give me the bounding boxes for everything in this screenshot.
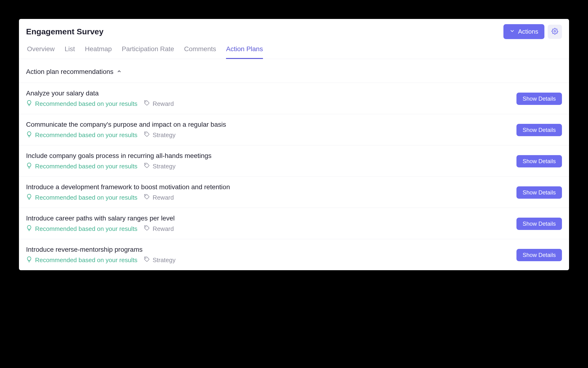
gear-icon: [551, 28, 558, 35]
recommended-label: Recommended based on your results: [35, 257, 137, 264]
tab-action-plans[interactable]: Action Plans: [226, 45, 263, 59]
tag-icon: [144, 100, 150, 108]
main-card: Engagement Survey Actions: [19, 19, 569, 270]
recommendation-row: Analyze your salary data Recommended bas…: [19, 83, 569, 114]
show-details-button[interactable]: Show Details: [516, 124, 562, 136]
recommendation-title: Analyze your salary data: [26, 90, 174, 97]
recommended-badge: Recommended based on your results: [26, 256, 137, 264]
recommendation-meta: Recommended based on your results Reward: [26, 100, 174, 108]
recommended-badge: Recommended based on your results: [26, 225, 137, 233]
category-badge: Strategy: [144, 257, 176, 264]
lightbulb-icon: [26, 100, 32, 108]
lightbulb-icon: [26, 194, 32, 202]
recommendations-list: Analyze your salary data Recommended bas…: [19, 83, 569, 270]
tab-comments[interactable]: Comments: [184, 45, 216, 59]
header-actions: Actions: [504, 24, 562, 39]
recommended-label: Recommended based on your results: [35, 100, 137, 108]
svg-point-6: [145, 258, 146, 258]
section-header[interactable]: Action plan recommendations: [19, 59, 569, 83]
tab-participation-rate[interactable]: Participation Rate: [122, 45, 174, 59]
lightbulb-icon: [26, 131, 32, 139]
show-details-button[interactable]: Show Details: [516, 155, 562, 167]
svg-point-4: [145, 195, 146, 196]
page-title: Engagement Survey: [26, 27, 103, 36]
recommended-label: Recommended based on your results: [35, 225, 137, 232]
category-badge: Reward: [144, 225, 174, 232]
settings-button[interactable]: [548, 25, 562, 39]
section-title: Action plan recommendations: [26, 68, 113, 75]
actions-button[interactable]: Actions: [504, 24, 544, 39]
recommended-badge: Recommended based on your results: [26, 162, 137, 170]
category-badge: Reward: [144, 194, 174, 201]
svg-point-2: [145, 133, 146, 133]
svg-point-3: [145, 164, 146, 165]
category-label: Reward: [153, 194, 174, 201]
recommendation-row: Introduce a development framework to boo…: [19, 177, 569, 208]
actions-button-label: Actions: [518, 28, 538, 35]
recommendation-title: Introduce reverse-mentorship programs: [26, 246, 176, 253]
category-badge: Reward: [144, 100, 174, 108]
tab-heatmap[interactable]: Heatmap: [85, 45, 112, 59]
recommendation-row: Introduce career paths with salary range…: [19, 208, 569, 239]
tag-icon: [144, 257, 150, 264]
category-label: Strategy: [153, 131, 176, 139]
show-details-button[interactable]: Show Details: [516, 92, 562, 105]
tabs: Overview List Heatmap Participation Rate…: [19, 39, 569, 59]
lightbulb-icon: [26, 225, 32, 233]
recommendation-meta: Recommended based on your results Reward: [26, 194, 230, 202]
category-label: Reward: [153, 225, 174, 232]
recommendation-meta: Recommended based on your results Strate…: [26, 162, 212, 170]
category-label: Strategy: [153, 257, 176, 264]
recommendation-content: Introduce reverse-mentorship programs Re…: [26, 246, 176, 264]
tab-list[interactable]: List: [65, 45, 75, 59]
category-label: Reward: [153, 100, 174, 108]
recommendation-content: Introduce career paths with salary range…: [26, 215, 175, 233]
recommendation-title: Introduce career paths with salary range…: [26, 215, 175, 222]
svg-point-5: [145, 227, 146, 227]
recommendation-row: Include company goals process in recurri…: [19, 145, 569, 177]
recommendation-meta: Recommended based on your results Reward: [26, 225, 175, 233]
svg-point-1: [145, 101, 146, 102]
recommendation-meta: Recommended based on your results Strate…: [26, 131, 226, 139]
tag-icon: [144, 225, 150, 232]
lightbulb-icon: [26, 256, 32, 264]
tag-icon: [144, 131, 150, 139]
page-header: Engagement Survey Actions: [19, 19, 569, 39]
chevron-down-icon: [510, 28, 515, 35]
recommended-badge: Recommended based on your results: [26, 194, 137, 202]
recommendation-title: Include company goals process in recurri…: [26, 152, 212, 160]
lightbulb-icon: [26, 162, 32, 170]
recommendation-content: Analyze your salary data Recommended bas…: [26, 90, 174, 108]
recommendation-title: Communicate the company's purpose and im…: [26, 121, 226, 128]
recommended-label: Recommended based on your results: [35, 163, 137, 170]
tab-overview[interactable]: Overview: [27, 45, 55, 59]
recommended-badge: Recommended based on your results: [26, 131, 137, 139]
svg-point-0: [554, 31, 556, 32]
chevron-up-icon: [117, 69, 121, 74]
recommendation-content: Communicate the company's purpose and im…: [26, 121, 226, 139]
recommendation-content: Introduce a development framework to boo…: [26, 183, 230, 202]
category-badge: Strategy: [144, 131, 176, 139]
show-details-button[interactable]: Show Details: [516, 218, 562, 230]
category-label: Strategy: [153, 163, 176, 170]
recommendation-title: Introduce a development framework to boo…: [26, 183, 230, 191]
show-details-button[interactable]: Show Details: [516, 249, 562, 261]
tag-icon: [144, 194, 150, 201]
category-badge: Strategy: [144, 163, 176, 170]
recommendation-content: Include company goals process in recurri…: [26, 152, 212, 170]
recommendation-row: Communicate the company's purpose and im…: [19, 114, 569, 145]
recommended-label: Recommended based on your results: [35, 131, 137, 139]
recommendation-row: Introduce reverse-mentorship programs Re…: [19, 239, 569, 270]
tag-icon: [144, 163, 150, 170]
recommended-label: Recommended based on your results: [35, 194, 137, 201]
recommended-badge: Recommended based on your results: [26, 100, 137, 108]
recommendation-meta: Recommended based on your results Strate…: [26, 256, 176, 264]
show-details-button[interactable]: Show Details: [516, 186, 562, 199]
